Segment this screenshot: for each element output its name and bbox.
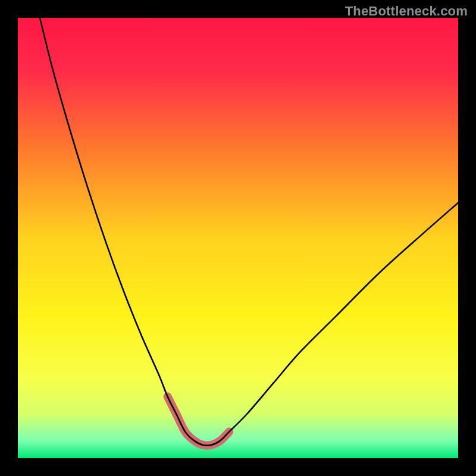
bottleneck-chart	[0, 0, 476, 476]
plot-background	[18, 18, 458, 458]
chart-frame: TheBottleneck.com	[0, 0, 476, 476]
